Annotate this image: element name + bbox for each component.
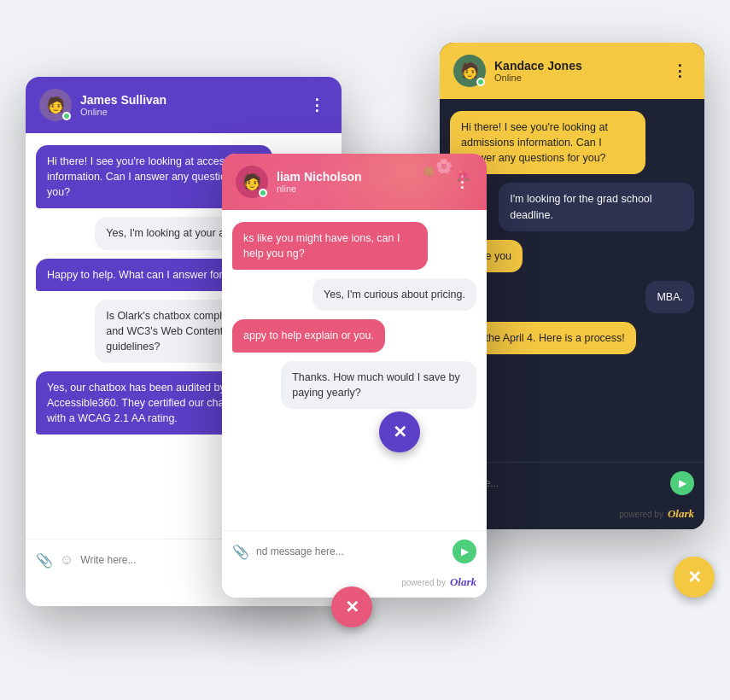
header-info-kandace: Kandace Jones Online [494, 59, 660, 83]
message-kandace-2: I'm looking for the grad school deadline… [499, 183, 694, 230]
attach-icon-james[interactable]: 📎 [36, 552, 53, 569]
message-liam-2: Yes, I'm curious about pricing. [312, 278, 476, 311]
send-arrow-kandace: ▶ [679, 477, 686, 489]
agent-status-kandace: Online [494, 73, 660, 83]
close-button-kandace[interactable]: ✕ [674, 557, 715, 598]
close-button-james[interactable]: ✕ [331, 586, 372, 627]
chat-body-liam: ks like you might have ions, can I help … [222, 210, 487, 530]
input-area-liam: 📎 ▶ [222, 530, 487, 572]
online-status-james [62, 112, 71, 120]
floral-3: 🌺 [456, 169, 470, 182]
powered-by-label-kandace: powered by [619, 510, 663, 519]
online-status-liam [259, 189, 267, 197]
agent-status-james: Online [80, 107, 297, 117]
agent-name-james: James Sullivan [80, 93, 297, 107]
floral-2: 🍀 [423, 166, 435, 178]
chat-window-liam: 🌸 🍀 🌺 🧑 liam Nicholson nline ⋮ ks like y… [222, 154, 487, 598]
agent-name-liam: liam Nicholson [277, 170, 442, 184]
avatar-liam: 🧑 [236, 166, 268, 198]
chat-header-james: 🧑 James Sullivan Online ⋮ [26, 77, 342, 133]
chat-header-liam: 🌸 🍀 🌺 🧑 liam Nicholson nline ⋮ [222, 154, 487, 210]
attach-icon-liam[interactable]: 📎 [232, 544, 249, 560]
olark-logo-liam: Olark [450, 575, 476, 589]
menu-icon-james[interactable]: ⋮ [306, 92, 328, 118]
message-liam-1: ks like you might have ions, can I help … [232, 222, 428, 270]
avatar-kandace: 🧑 [453, 55, 486, 87]
chat-input-liam[interactable] [256, 545, 446, 557]
message-kandace-4: MBA. [645, 281, 694, 313]
menu-icon-kandace[interactable]: ⋮ [669, 58, 691, 84]
olark-logo-kandace: Olark [668, 507, 694, 521]
send-button-liam[interactable]: ▶ [453, 540, 476, 563]
agent-status-liam: nline [277, 184, 442, 194]
message-liam-3: appy to help explain or you. [232, 319, 385, 352]
powered-by-label-liam: powered by [401, 578, 446, 587]
header-info-james: James Sullivan Online [80, 93, 297, 117]
avatar-james: 🧑 [39, 89, 72, 121]
agent-name-kandace: Kandace Jones [494, 59, 660, 73]
send-arrow-liam: ▶ [461, 545, 469, 557]
online-status-kandace [476, 78, 485, 86]
floral-1: 🌸 [435, 158, 453, 174]
chat-header-kandace: 🧑 Kandace Jones Online ⋮ [440, 43, 704, 99]
close-button-liam[interactable]: ✕ [379, 411, 420, 452]
message-liam-4: Thanks. How much would I save by paying … [281, 361, 476, 409]
send-button-kandace[interactable]: ▶ [670, 471, 694, 495]
emoji-icon-james[interactable]: ☺ [60, 552, 73, 568]
header-info-liam: liam Nicholson nline [277, 170, 442, 194]
